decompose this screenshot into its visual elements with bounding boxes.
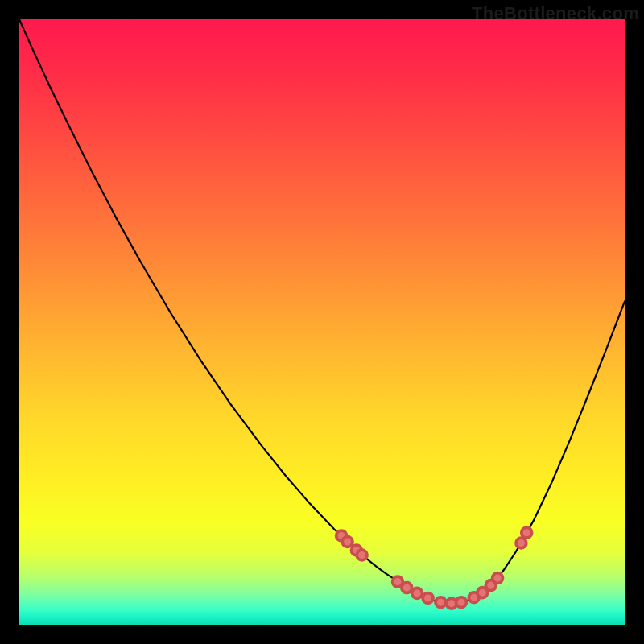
data-point (436, 597, 446, 608)
plot-area (19, 19, 625, 625)
data-point (357, 550, 367, 560)
data-point (423, 593, 433, 604)
data-point (522, 527, 532, 538)
data-point (516, 538, 526, 548)
curve-svg (19, 19, 625, 625)
data-point (493, 573, 503, 584)
data-point (412, 588, 423, 599)
data-points-group (336, 527, 532, 609)
watermark-text: TheBottleneck.com (472, 3, 639, 24)
bottleneck-curve (19, 19, 625, 604)
data-point (402, 583, 412, 593)
data-point (456, 597, 467, 608)
data-point (342, 537, 353, 547)
